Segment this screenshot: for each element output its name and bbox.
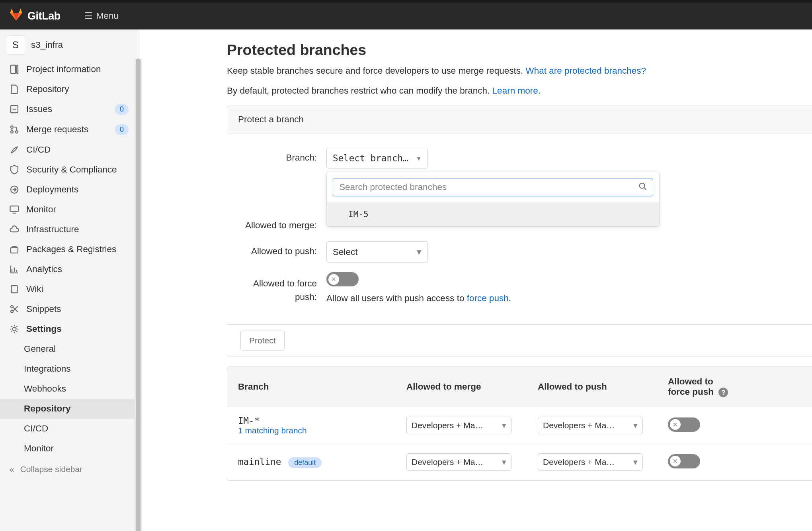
shield-icon xyxy=(10,165,19,174)
search-icon xyxy=(638,182,647,192)
project-name: s3_infra xyxy=(31,40,63,50)
th-push: Allowed to push xyxy=(538,382,668,392)
row-force-toggle[interactable]: ✕ xyxy=(668,417,700,432)
branch-select-text: Select branch… xyxy=(333,153,408,163)
gear-icon xyxy=(10,324,19,334)
svg-rect-4 xyxy=(11,65,16,73)
toggle-knob-off-icon: ✕ xyxy=(670,456,681,466)
sidebar-item-project-information[interactable]: Project information xyxy=(0,59,138,79)
learn-more-link[interactable]: Learn more. xyxy=(492,86,541,96)
infra-icon xyxy=(10,225,19,234)
sidebar-item-infrastructure[interactable]: Infrastructure xyxy=(0,219,138,239)
chevron-down-icon: ▾ xyxy=(416,153,422,163)
toggle-knob-off-icon: ✕ xyxy=(670,419,681,430)
rocket-icon xyxy=(10,145,19,155)
package-icon xyxy=(10,245,19,254)
allowed-force-push-label: Allowed to force push: xyxy=(238,272,326,304)
allowed-merge-label: Allowed to merge: xyxy=(238,214,326,232)
project-header[interactable]: S s3_infra xyxy=(0,29,138,59)
mr-count-badge: 0 xyxy=(115,124,129,135)
svg-rect-14 xyxy=(11,247,18,253)
top-navbar: GitLab ☰ Menu ▾ xyxy=(0,0,812,29)
branch-search-input[interactable] xyxy=(339,182,632,192)
row-merge-select[interactable]: Developers + Ma… ▾ xyxy=(406,453,511,471)
gitlab-logo[interactable]: GitLab xyxy=(10,8,61,24)
sidebar-item-label: Monitor xyxy=(26,204,56,215)
sidebar-sub-repository[interactable]: Repository xyxy=(0,399,138,419)
collapse-sidebar[interactable]: « Collapse sidebar xyxy=(0,459,138,480)
matching-branch-link[interactable]: 1 matching branch xyxy=(238,426,307,435)
sidebar-item-label: Issues xyxy=(26,104,52,114)
page-title: Protected branches xyxy=(227,41,812,59)
chart-icon xyxy=(10,265,19,274)
sidebar-sub-monitor[interactable]: Monitor xyxy=(0,439,138,459)
sidebar-item-label: Deployments xyxy=(26,184,78,195)
protect-button[interactable]: Protect xyxy=(240,331,285,351)
chevron-down-icon: ▾ xyxy=(633,421,638,430)
row-push-select[interactable]: Developers + Ma… ▾ xyxy=(538,417,643,434)
sidebar-item-label: Settings xyxy=(26,324,62,334)
branch-label: Branch: xyxy=(238,148,326,163)
what-are-protected-branches-link[interactable]: What are protected branches? xyxy=(525,66,646,76)
sidebar-sub-webhooks[interactable]: Webhooks xyxy=(0,379,138,399)
row-force-toggle[interactable]: ✕ xyxy=(668,454,700,468)
merge-icon xyxy=(10,125,19,134)
collapse-label: Collapse sidebar xyxy=(20,464,82,474)
sidebar-sub-general[interactable]: General xyxy=(0,339,138,359)
table-row: mainline default Developers + Ma… ▾ Deve… xyxy=(227,444,812,480)
svg-line-20 xyxy=(644,188,646,190)
table-header: Branch Allowed to merge Allowed to push … xyxy=(227,367,812,408)
question-icon[interactable]: ? xyxy=(718,388,728,397)
main-content: Protected branches Keep stable branches … xyxy=(139,29,812,531)
branch-name: IM-* xyxy=(238,415,406,426)
th-force: Allowed to force push ? xyxy=(668,376,731,398)
svg-point-17 xyxy=(11,310,13,313)
row-push-select[interactable]: Developers + Ma… ▾ xyxy=(538,453,643,471)
default-badge: default xyxy=(288,457,322,468)
table-row: IM-* 1 matching branch Developers + Ma… … xyxy=(227,407,812,444)
sidebar-item-analytics[interactable]: Analytics xyxy=(0,259,138,279)
sidebar-item-label: CI/CD xyxy=(26,145,51,155)
row-merge-select[interactable]: Developers + Ma… ▾ xyxy=(406,417,511,434)
info-icon xyxy=(10,65,19,74)
sidebar-item-monitor[interactable]: Monitor xyxy=(0,200,138,219)
issues-count-badge: 0 xyxy=(115,104,129,115)
issue-icon xyxy=(10,104,19,114)
sidebar-item-snippets[interactable]: Snippets xyxy=(0,299,138,319)
chevron-down-icon: ▾ xyxy=(502,421,506,430)
sidebar-item-label: Project information xyxy=(26,64,101,74)
sidebar-sub-cicd[interactable]: CI/CD xyxy=(0,419,138,439)
toggle-knob-off-icon: ✕ xyxy=(328,274,339,285)
sidebar-item-label: Analytics xyxy=(26,264,62,274)
branch-select[interactable]: Select branch… ▾ xyxy=(326,148,428,169)
branch-search[interactable] xyxy=(333,178,653,196)
sidebar-item-label: Wiki xyxy=(26,284,43,294)
monitor-icon xyxy=(10,205,19,214)
sidebar-item-label: Infrastructure xyxy=(26,224,79,235)
sidebar-item-packages[interactable]: Packages & Registries xyxy=(0,239,138,259)
file-icon xyxy=(10,84,19,94)
th-branch: Branch xyxy=(238,382,406,392)
sidebar-sub-integrations[interactable]: Integrations xyxy=(0,359,138,379)
sidebar-item-settings[interactable]: Settings xyxy=(0,319,138,339)
svg-point-9 xyxy=(11,131,13,133)
panel-title: Protect a branch xyxy=(227,106,812,133)
svg-point-8 xyxy=(11,126,13,128)
sidebar-item-security[interactable]: Security & Compliance xyxy=(0,160,138,180)
sidebar-item-deployments[interactable]: Deployments xyxy=(0,180,138,200)
sidebar-item-merge-requests[interactable]: Merge requests 0 xyxy=(0,120,138,140)
sidebar-item-repository[interactable]: Repository xyxy=(0,79,138,99)
sidebar-item-issues[interactable]: Issues 0 xyxy=(0,99,138,120)
deploy-icon xyxy=(10,185,19,194)
force-push-toggle[interactable]: ✕ xyxy=(326,272,359,286)
sidebar-item-wiki[interactable]: Wiki xyxy=(0,279,138,299)
scissors-icon xyxy=(10,304,19,314)
allowed-push-select[interactable]: Select ▾ xyxy=(326,241,428,263)
sidebar-item-cicd[interactable]: CI/CD xyxy=(0,140,138,160)
menu-button[interactable]: ☰ Menu xyxy=(84,11,119,22)
force-push-link[interactable]: force push xyxy=(467,293,509,303)
sidebar-scrollbar[interactable] xyxy=(135,59,142,531)
branch-option[interactable]: IM-5 xyxy=(327,202,659,226)
chevron-down-icon: ▾ xyxy=(502,457,506,467)
chevron-down-icon: ▾ xyxy=(417,247,422,257)
